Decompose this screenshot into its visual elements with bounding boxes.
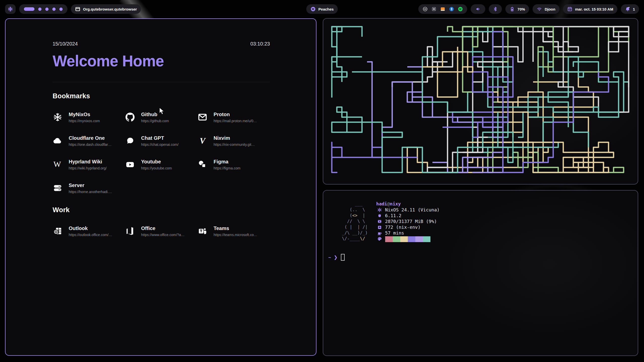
fastfetch-terminal-window[interactable]: ___ (.. \ (<> | // \ \ ( | | /| _/\ __)/… [323,190,638,356]
workspace-1-active[interactable] [24,7,34,11]
bookmark-url: https://www.office.com/?a… [141,233,184,237]
bookmark-nixvim[interactable]: VNixvimhttps://nix-community.git… [197,133,270,149]
bookmark-label: MyNixOs [69,112,100,117]
volume-icon [475,6,481,12]
bookmark-url: https://wiki.hyprland.org/ [69,166,107,170]
system-tray[interactable] [418,4,467,14]
spotify-tray-icon[interactable] [458,6,463,12]
office-icon [125,226,135,236]
bluetooth-chip[interactable] [489,4,502,14]
qutebrowser-window[interactable]: 15/10/2024 03:10:23 Welcome Home Bookmar… [5,18,316,356]
prompt-cwd: ~ [328,255,331,260]
youtube-icon [125,160,135,169]
desktop: Org.qutebrowser.qutebrowser Peaches 70% … [0,0,644,362]
os-icon [376,207,383,212]
bookmark-grid: Outlookhttps://outlook.office.com/…Offic… [53,223,270,239]
bookmark-chat-gpt[interactable]: Chat GPThttps://chat.openai.com/ [125,133,197,149]
volume-chip[interactable] [471,4,485,14]
fetch-value: 6.11.2 [385,213,401,218]
workspace-5[interactable] [59,8,63,11]
startpage: 15/10/2024 03:10:23 Welcome Home Bookmar… [6,19,316,355]
fetch-value: 772 (nix-env) [385,224,421,230]
pipes-terminal-window[interactable] [323,18,638,185]
wifi-chip[interactable]: Djoon [533,4,559,14]
active-window-title: Org.qutebrowser.qutebrowser [83,7,137,11]
bookmark-url: https://chat.openai.com/ [141,143,179,147]
top-bar: Org.qutebrowser.qutebrowser Peaches 70% … [0,0,644,18]
fetch-row-memory: 2870/31377 MiB (9%) [376,218,440,224]
workspace-2[interactable] [38,8,42,11]
figma-icon [197,160,208,169]
calendar-icon [567,6,573,12]
fetch-info: hadi@nixy NixOS 24.11 (Vicuna)6.11.22870… [376,201,440,242]
fetch-row-packages: 772 (nix-env) [376,224,440,230]
prompt-symbol: ❯ [334,255,338,260]
uptime-icon [376,231,383,236]
bluetooth-tray-icon[interactable] [449,6,454,12]
bookmark-github[interactable]: Githubhttps://github.com [125,109,197,125]
bookmark-mynixos[interactable]: MyNixOshttps://mynixos.com [53,109,125,125]
bookmark-url: https://one.dash.cloudflar… [69,143,111,147]
workspace-4[interactable] [52,8,56,11]
active-window-chip[interactable]: Org.qutebrowser.qutebrowser [71,4,141,14]
clock-chip[interactable]: mar. oct. 15 03:10 AM [563,4,617,14]
workspace-3[interactable] [45,8,49,11]
bookmark-office[interactable]: Officehttps://www.office.com/?a… [125,223,197,239]
fetch-row-os: NixOS 24.11 (Vicuna) [376,207,440,213]
media-player-chip[interactable]: Peaches [306,4,338,14]
media-track-label: Peaches [318,7,334,11]
tux-ascii-art: ___ (.. \ (<> | // \ \ ( | | /| _/\ __)/… [339,201,368,242]
bookmark-label: Proton [214,112,257,117]
mail-icon [197,112,208,122]
shell-prompt[interactable]: ~ ❯ [328,254,345,261]
wifi-ssid: Djoon [545,7,555,11]
workspace-indicator[interactable] [19,4,67,14]
keepassxc-icon[interactable] [431,6,437,12]
bookmark-label: Office [141,225,184,231]
nix-logo-icon [8,6,13,12]
bookmark-url: https://youtube.com [141,166,172,170]
color-swatch [385,236,393,242]
bookmark-teams[interactable]: Teamshttps://teams.microsoft.co… [197,223,270,239]
palette-icon [376,236,383,241]
bookmark-url: https://figma.com [214,166,240,170]
files-icon[interactable] [440,6,446,12]
color-swatch [423,236,430,242]
spotify-icon [310,6,316,12]
cloud-icon [53,136,63,146]
notification-count: 1 [633,7,635,11]
nix-menu-button[interactable] [5,4,16,14]
bookmark-label: Github [141,112,169,117]
bookmark-cloudflare-one[interactable]: Cloudflare Onehttps://one.dash.cloudflar… [53,133,125,149]
disc-icon[interactable] [422,6,428,12]
terminal-cursor [341,254,345,261]
bookmark-url: https://outlook.office.com/… [69,233,112,237]
bookmark-server[interactable]: Serverhttps://home.anotherhadi.… [53,180,125,196]
battery-chip[interactable]: 70% [505,4,529,14]
bookmark-label: Youtube [141,159,172,165]
pipes-animation [323,19,638,184]
bookmark-hyprland-wiki[interactable]: WHyprland Wikihttps://wiki.hyprland.org/ [53,156,125,172]
bookmark-outlook[interactable]: Outlookhttps://outlook.office.com/… [53,223,125,239]
chat-icon [125,136,135,146]
kernel-icon [376,213,383,218]
battery-percent: 70% [517,7,525,11]
bookmark-figma[interactable]: Figmahttps://figma.com [197,156,270,172]
battery-icon [509,6,515,12]
bookmark-url: https://nix-community.git… [214,143,255,147]
notifications-chip[interactable]: 1 [621,4,639,14]
bookmark-proton[interactable]: Protonhttps://mail.proton.me/u/0… [197,109,270,125]
fetch-value: 2870/31377 MiB (9%) [385,219,437,224]
wifi-icon [537,6,542,12]
clock-label: mar. oct. 15 03:10 AM [575,7,613,11]
bookmark-youtube[interactable]: Youtubehttps://youtube.com [125,156,197,172]
bell-icon [625,6,630,12]
startpage-time: 03:10:23 [250,41,270,47]
bookmark-label: Outlook [69,225,112,231]
color-swatch [408,236,415,242]
teams-icon [197,226,208,236]
fetch-row-uptime: 57 mins [376,230,440,236]
page-title: Welcome Home [53,52,263,70]
fetch-row-kernel: 6.11.2 [376,213,440,218]
terminal-color-swatches [385,236,430,242]
